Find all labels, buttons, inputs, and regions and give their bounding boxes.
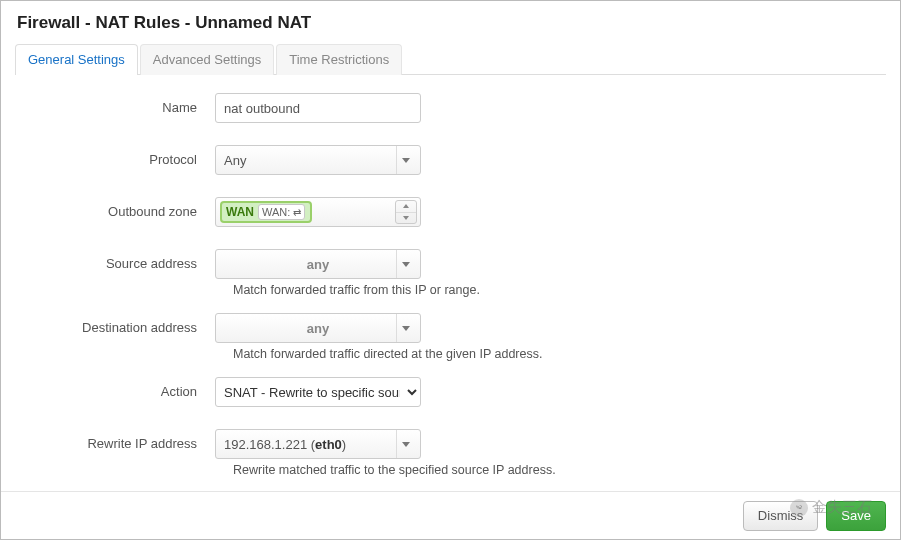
modal-firewall-nat: Firewall - NAT Rules - Unnamed NAT Gener… — [0, 0, 901, 540]
row-outbound-zone: Outbound zone WAN WAN: ⇄ — [25, 197, 876, 227]
source-address-value: any — [307, 257, 329, 272]
chevron-down-icon[interactable] — [396, 213, 416, 224]
chevron-down-icon — [396, 250, 414, 278]
iface-label: WAN: — [262, 206, 290, 218]
tab-time-restrictions[interactable]: Time Restrictions — [276, 44, 402, 75]
protocol-value: Any — [224, 153, 246, 168]
chevron-down-icon — [396, 314, 414, 342]
rewrite-ip-iface: eth0 — [315, 437, 342, 452]
modal-footer: Dismiss Save — [1, 491, 900, 539]
zone-stepper[interactable] — [395, 200, 417, 224]
row-protocol: Protocol Any — [25, 145, 876, 175]
protocol-select[interactable]: Any — [215, 145, 421, 175]
label-name: Name — [25, 93, 215, 115]
row-destination-address: Destination address any — [25, 313, 876, 343]
save-button[interactable]: Save — [826, 501, 886, 531]
rewrite-ip-value: 192.168.1.221 (eth0) — [224, 437, 346, 452]
label-outbound-zone: Outbound zone — [25, 197, 215, 219]
form-area: Name Protocol Any Outbound zone WAN — [15, 75, 886, 477]
page-title: Firewall - NAT Rules - Unnamed NAT — [17, 13, 886, 33]
chevron-down-icon — [396, 430, 414, 458]
name-input[interactable] — [215, 93, 421, 123]
dismiss-button[interactable]: Dismiss — [743, 501, 819, 531]
hint-source-address: Match forwarded traffic from this IP or … — [233, 283, 876, 297]
row-source-address: Source address any — [25, 249, 876, 279]
hint-rewrite-ip: Rewrite matched traffic to the specified… — [233, 463, 876, 477]
label-protocol: Protocol — [25, 145, 215, 167]
rewrite-ip-address: 192.168.1.221 — [224, 437, 307, 452]
row-action: Action SNAT - Rewrite to specific source… — [25, 377, 876, 407]
button-label: Save — [841, 508, 871, 523]
button-label: Dismiss — [758, 508, 804, 523]
tab-advanced-settings[interactable]: Advanced Settings — [140, 44, 274, 75]
tab-label: General Settings — [28, 52, 125, 67]
tab-bar: General Settings Advanced Settings Time … — [15, 43, 886, 75]
action-select[interactable]: SNAT - Rewrite to specific source IP or … — [215, 377, 421, 407]
hint-destination-address: Match forwarded traffic directed at the … — [233, 347, 876, 361]
chevron-up-icon[interactable] — [396, 201, 416, 213]
interface-chip: WAN: ⇄ — [258, 204, 305, 220]
rewrite-ip-select[interactable]: 192.168.1.221 (eth0) — [215, 429, 421, 459]
outbound-zone-select[interactable]: WAN WAN: ⇄ — [215, 197, 421, 227]
zone-name: WAN — [226, 205, 254, 219]
row-name: Name — [25, 93, 876, 123]
label-action: Action — [25, 377, 215, 399]
label-source-address: Source address — [25, 249, 215, 271]
zone-badge: WAN WAN: ⇄ — [220, 201, 312, 223]
label-destination-address: Destination address — [25, 313, 215, 335]
tab-label: Advanced Settings — [153, 52, 261, 67]
row-rewrite-ip: Rewrite IP address 192.168.1.221 (eth0) — [25, 429, 876, 459]
interface-icon: ⇄ — [293, 207, 301, 218]
destination-address-select[interactable]: any — [215, 313, 421, 343]
label-rewrite-ip: Rewrite IP address — [25, 429, 215, 451]
source-address-select[interactable]: any — [215, 249, 421, 279]
chevron-down-icon — [396, 146, 414, 174]
destination-address-value: any — [307, 321, 329, 336]
tab-label: Time Restrictions — [289, 52, 389, 67]
tab-general-settings[interactable]: General Settings — [15, 44, 138, 75]
